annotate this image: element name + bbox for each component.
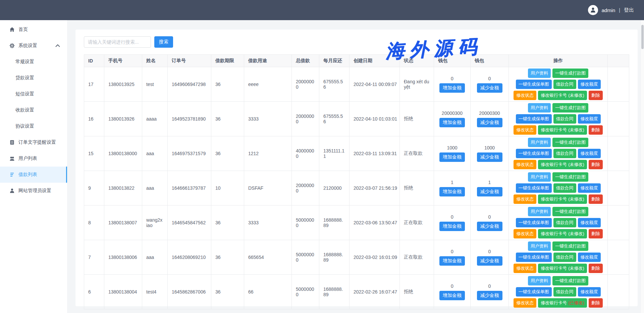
user-info-button[interactable]: 用户资料 [528, 241, 551, 251]
search-input[interactable] [84, 36, 151, 48]
loan-contract-button[interactable]: 借款合同 [553, 218, 576, 227]
wallet-amount: 20000300 [475, 110, 504, 116]
edit-bank-card-button[interactable]: 修改银行卡号(未修改) [538, 125, 587, 135]
sidebar-item-home[interactable]: 首页 [0, 21, 67, 38]
generate-policy-image-button[interactable]: 一键生成保单图 [516, 183, 552, 193]
bank-card-state: (未修改) [568, 266, 584, 271]
edit-status-button[interactable]: 修改状态 [514, 229, 536, 238]
sidebar-item-loan-list[interactable]: 借款列表 [0, 167, 67, 183]
edit-quota-button[interactable]: 修改额度 [578, 80, 601, 89]
content-card: 海外源码 搜索 ID 手机号 姓名 订 [75, 30, 638, 306]
edit-bank-card-button[interactable]: 修改银行卡号(未修改) [538, 194, 587, 204]
user-info-button[interactable]: 用户资料 [528, 138, 551, 147]
generate-payment-image-button[interactable]: 一键生成打款图 [552, 207, 588, 216]
search-button[interactable]: 搜索 [154, 36, 173, 48]
username-label[interactable]: admin [602, 7, 615, 13]
add-amount-button[interactable]: 增加金额 [439, 83, 465, 93]
user-info-button[interactable]: 用户资料 [528, 69, 551, 78]
add-amount-button[interactable]: 增加金额 [439, 256, 465, 266]
add-amount-button[interactable]: 增加金额 [439, 222, 465, 231]
generate-payment-image-button[interactable]: 一键生成打款图 [552, 69, 588, 78]
edit-bank-card-button[interactable]: 修改银行卡号(未修改) [538, 264, 587, 273]
generate-policy-image-button[interactable]: 一键生成保单图 [516, 218, 552, 227]
cell-status: 拒绝 [400, 275, 434, 309]
loan-contract-button[interactable]: 借款合同 [553, 114, 576, 124]
user-info-button[interactable]: 用户资料 [528, 276, 551, 285]
delete-button[interactable]: 删除 [589, 194, 603, 204]
cell-wallet1: 0 增加金额 [434, 206, 471, 240]
add-amount-button[interactable]: 增加金额 [439, 152, 465, 162]
subtract-amount-button[interactable]: 减少金额 [477, 83, 502, 93]
edit-quota-button[interactable]: 修改额度 [578, 287, 601, 297]
edit-quota-button[interactable]: 修改额度 [578, 218, 601, 227]
edit-quota-button[interactable]: 修改额度 [578, 149, 601, 158]
cell-name: aaa [142, 240, 168, 275]
subtract-amount-button[interactable]: 减少金额 [477, 291, 502, 300]
add-amount-button[interactable]: 增加金额 [439, 291, 465, 300]
edit-status-button[interactable]: 修改状态 [514, 298, 536, 308]
edit-quota-button[interactable]: 修改额度 [578, 253, 601, 262]
subtract-amount-button[interactable]: 减少金额 [477, 222, 502, 231]
delete-button[interactable]: 删除 [589, 264, 603, 273]
wallet-amount: 1000 [475, 145, 504, 150]
add-amount-button[interactable]: 增加金额 [439, 187, 465, 196]
generate-policy-image-button[interactable]: 一键生成保单图 [516, 114, 552, 124]
sidebar-item-admin-settings[interactable]: 网站管理员设置 [0, 183, 67, 199]
edit-bank-card-button[interactable]: 修改银行卡号(未修改) [538, 160, 587, 169]
loan-contract-button[interactable]: 借款合同 [553, 149, 576, 158]
sidebar-item-general-settings[interactable]: 常规设置 [0, 54, 67, 70]
user-info-button[interactable]: 用户资料 [528, 103, 551, 113]
logout-button[interactable]: 登出 [624, 7, 634, 13]
delete-button[interactable]: 删除 [589, 125, 603, 135]
edit-bank-card-button[interactable]: 修改银行卡号(未修改) [538, 229, 587, 238]
loan-contract-button[interactable]: 借款合同 [553, 253, 576, 262]
edit-status-button[interactable]: 修改状态 [514, 264, 536, 273]
generate-payment-image-button[interactable]: 一键生成打款图 [552, 241, 588, 251]
sidebar-item-sms-settings[interactable]: 短信设置 [0, 86, 67, 102]
sidebar-item-agreement-settings[interactable]: 协议设置 [0, 118, 67, 134]
scrollbar-thumb[interactable] [641, 25, 644, 49]
user-avatar[interactable] [588, 5, 598, 15]
generate-payment-image-button[interactable]: 一键生成打款图 [552, 103, 588, 113]
sidebar-item-system-settings[interactable]: 系统设置 [0, 38, 67, 54]
delete-button[interactable]: 删除 [589, 160, 603, 169]
edit-status-button[interactable]: 修改状态 [514, 91, 536, 100]
table-row: 15 13800138000 aaa 1646975371579 36 1212… [84, 136, 629, 171]
sidebar-item-user-list[interactable]: 用户列表 [0, 150, 67, 167]
cell-actions: 用户资料 一键生成打款图 一键生成保单图 借款合同 修改额度 修改状态 修改银行… [509, 240, 608, 275]
generate-policy-image-button[interactable]: 一键生成保单图 [516, 80, 552, 89]
subtract-amount-button[interactable]: 减少金额 [477, 187, 502, 196]
sidebar-item-loan-settings[interactable]: 贷款设置 [0, 70, 67, 86]
edit-quota-button[interactable]: 修改额度 [578, 114, 601, 124]
topbar-separator: | [619, 7, 620, 13]
generate-payment-image-button[interactable]: 一键生成打款图 [552, 138, 588, 147]
generate-policy-image-button[interactable]: 一键生成保单图 [516, 287, 552, 297]
delete-button[interactable]: 删除 [589, 229, 603, 238]
edit-status-button[interactable]: 修改状态 [514, 194, 536, 204]
cell-id: 6 [84, 275, 104, 309]
edit-bank-card-button[interactable]: 修改银行卡号(未修改) [538, 91, 587, 100]
generate-policy-image-button[interactable]: 一键生成保单图 [516, 253, 552, 262]
loan-contract-button[interactable]: 借款合同 [553, 183, 576, 193]
user-info-button[interactable]: 用户资料 [528, 207, 551, 216]
subtract-amount-button[interactable]: 减少金额 [477, 118, 502, 127]
add-amount-button[interactable]: 增加金额 [439, 118, 465, 127]
delete-button[interactable]: 删除 [589, 91, 603, 100]
subtract-amount-button[interactable]: 减少金额 [477, 152, 502, 162]
cell-total: 20000000 [292, 67, 319, 102]
sidebar-item-order-text-settings[interactable]: 订单文字提醒设置 [0, 134, 67, 150]
user-info-button[interactable]: 用户资料 [528, 172, 551, 182]
edit-status-button[interactable]: 修改状态 [514, 125, 536, 135]
edit-bank-card-button[interactable]: 修改银行卡号(已修改) [538, 298, 587, 308]
generate-policy-image-button[interactable]: 一键生成保单图 [516, 149, 552, 158]
sidebar-item-payment-settings[interactable]: 收款设置 [0, 102, 67, 118]
loan-contract-button[interactable]: 借款合同 [553, 80, 576, 89]
delete-button[interactable]: 删除 [589, 298, 603, 308]
cell-order-no: 1646975371579 [168, 136, 211, 171]
edit-status-button[interactable]: 修改状态 [514, 160, 536, 169]
loan-contract-button[interactable]: 借款合同 [553, 287, 576, 297]
generate-payment-image-button[interactable]: 一键生成打款图 [552, 172, 588, 182]
subtract-amount-button[interactable]: 减少金额 [477, 256, 502, 266]
edit-quota-button[interactable]: 修改额度 [578, 183, 601, 193]
generate-payment-image-button[interactable]: 一键生成打款图 [552, 276, 588, 285]
